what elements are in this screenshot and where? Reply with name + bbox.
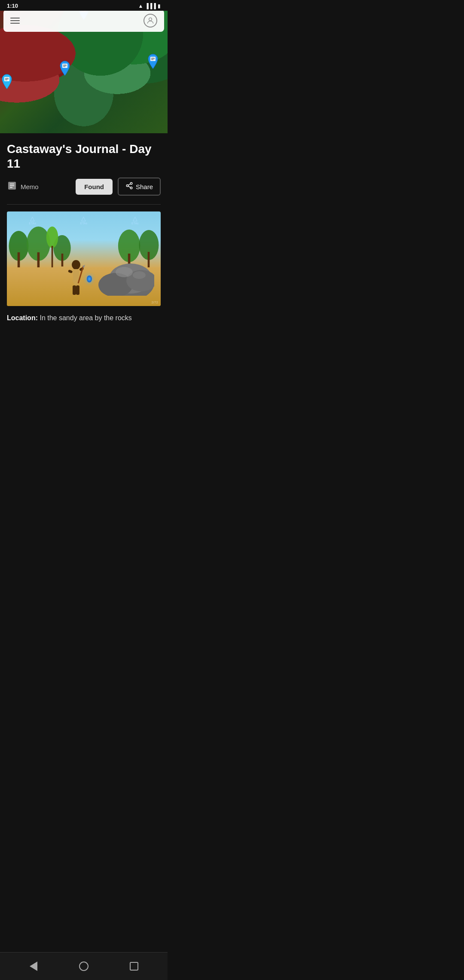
map-container[interactable] bbox=[0, 0, 168, 133]
share-button[interactable]: Share bbox=[118, 178, 161, 196]
battery-icon: ▮ bbox=[158, 3, 161, 9]
svg-rect-49 bbox=[73, 285, 76, 295]
found-button[interactable]: Found bbox=[76, 179, 113, 195]
share-label: Share bbox=[136, 183, 153, 190]
profile-button[interactable] bbox=[143, 14, 157, 28]
svg-point-0 bbox=[149, 18, 152, 21]
wifi-icon: ▲ bbox=[138, 3, 143, 9]
memo-text: Memo bbox=[21, 183, 39, 190]
journal-title: Castaway's Journal - Day 11 bbox=[7, 142, 161, 171]
game-screenshot: △ ETAs △ ETAs △ ETAs bbox=[7, 211, 161, 306]
svg-rect-45 bbox=[73, 269, 79, 281]
svg-point-42 bbox=[116, 267, 133, 277]
game-scene-bg: △ ETAs △ ETAs △ ETAs bbox=[7, 211, 161, 306]
svg-rect-37 bbox=[52, 246, 53, 267]
status-time: 1:10 bbox=[7, 3, 18, 9]
svg-point-23 bbox=[130, 187, 132, 189]
map-marker-2[interactable] bbox=[147, 53, 159, 70]
location-text-value: In the sandy area by the rocks bbox=[40, 314, 131, 322]
game-rocks bbox=[90, 244, 154, 297]
menu-button[interactable] bbox=[10, 18, 20, 24]
svg-line-25 bbox=[128, 184, 130, 185]
svg-rect-46 bbox=[68, 270, 73, 273]
hud-indicator-2: △ ETAs bbox=[80, 215, 88, 225]
hud-indicator-1: △ ETAs bbox=[29, 215, 36, 225]
svg-point-21 bbox=[130, 183, 132, 185]
svg-rect-29 bbox=[37, 252, 40, 267]
svg-rect-50 bbox=[76, 285, 79, 295]
map-marker-4[interactable] bbox=[1, 74, 13, 90]
location-label: Location: bbox=[7, 314, 38, 322]
svg-point-44 bbox=[72, 260, 80, 270]
map-marker-3[interactable] bbox=[59, 60, 71, 77]
memo-icon bbox=[7, 181, 17, 193]
memo-label: Memo bbox=[7, 181, 70, 193]
content-area: Castaway's Journal - Day 11 Memo Found bbox=[0, 133, 168, 339]
signal-icon: ▐▐▐ bbox=[145, 3, 156, 9]
svg-line-24 bbox=[128, 186, 130, 187]
svg-point-22 bbox=[126, 185, 128, 187]
share-icon bbox=[125, 182, 133, 191]
game-hud: △ ETAs △ ETAs △ ETAs bbox=[7, 215, 161, 225]
section-divider bbox=[7, 204, 161, 205]
watermark: 2/72 bbox=[151, 300, 158, 304]
svg-rect-31 bbox=[61, 254, 64, 266]
status-bar: 1:10 ▲ ▐▐▐ ▮ bbox=[0, 0, 168, 11]
location-description: Location: In the sandy area by the rocks bbox=[7, 313, 161, 332]
game-character bbox=[65, 260, 82, 294]
svg-point-43 bbox=[133, 271, 146, 279]
status-icons: ▲ ▐▐▐ ▮ bbox=[138, 3, 161, 9]
app-bar bbox=[3, 9, 164, 32]
svg-rect-27 bbox=[18, 252, 20, 267]
svg-point-36 bbox=[46, 227, 58, 248]
hud-indicator-3: △ ETAs bbox=[131, 215, 139, 225]
action-row: Memo Found Share bbox=[7, 178, 161, 196]
